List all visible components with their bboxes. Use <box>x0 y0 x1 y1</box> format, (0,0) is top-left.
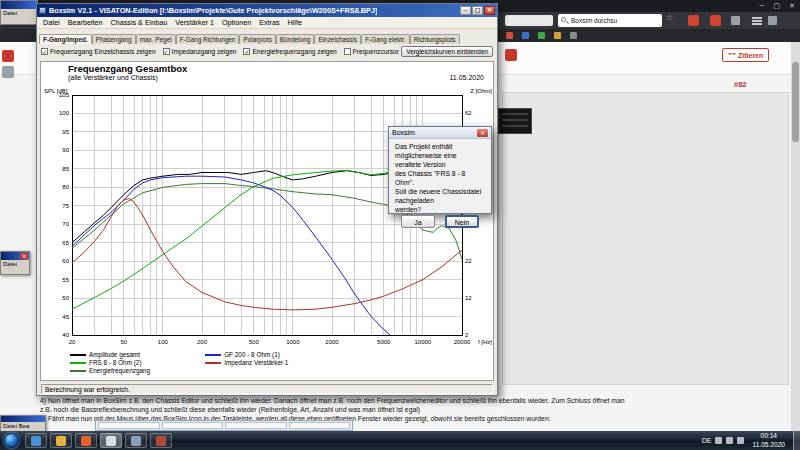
quote-button[interactable]: ”” Zitieren <box>722 48 769 62</box>
maximize-icon[interactable]: ▢ <box>472 6 483 15</box>
page-scrollbar[interactable] <box>791 42 800 431</box>
bookmark-favicon[interactable] <box>538 32 545 39</box>
tray-icon[interactable] <box>715 437 722 444</box>
svg-text:40: 40 <box>62 332 69 338</box>
bookmark-star-icon[interactable]: ☆ <box>666 13 673 22</box>
menu-item-extras[interactable]: Extras <box>255 18 283 27</box>
url-bar[interactable] <box>505 15 553 26</box>
app-button-6[interactable] <box>150 433 172 448</box>
show-desktop-button[interactable] <box>793 431 800 450</box>
dialog-message-line: Soll die neuere Chassisdatei nachgeladen <box>395 188 485 206</box>
dialog-message-line: Das Projekt enthält möglicherweise eine <box>395 143 485 161</box>
app-button-3[interactable] <box>75 433 97 448</box>
language-indicator[interactable]: DE <box>702 437 712 444</box>
tab-f-gang-imped[interactable]: F-Gang/Imped. <box>39 34 92 44</box>
menu-item-bearbeiten[interactable]: Bearbeiten <box>64 18 107 27</box>
compare-curves-button[interactable]: Vergleichskurven einblenden <box>401 46 493 57</box>
attachment-thumbnail[interactable] <box>498 108 532 134</box>
tab-phasengang[interactable]: Phasengang <box>92 34 136 44</box>
svg-text:20: 20 <box>69 339 76 345</box>
bookmark-favicon[interactable] <box>506 32 513 39</box>
chart-header: Frequenzgang Gesamtbox (alle Verstärker … <box>42 63 492 85</box>
minimize-icon[interactable]: ─ <box>460 6 471 15</box>
scrollbar-thumb[interactable] <box>792 62 799 142</box>
tab-richtungsplots[interactable]: Richtungsplots <box>410 34 460 44</box>
tab-b-ndelung[interactable]: Bündelung <box>276 34 315 44</box>
menu-item-verst-rker-1[interactable]: Verstärker 1 <box>171 18 218 27</box>
app-button-1[interactable] <box>25 433 47 448</box>
menu-item-optionen[interactable]: Optionen <box>218 18 255 27</box>
clock[interactable]: 00:14 11.05.2020 <box>748 432 789 448</box>
search-input[interactable]: Boxsim durchsu <box>558 14 662 27</box>
svg-text:62: 62 <box>465 110 472 116</box>
close-icon[interactable]: ✕ <box>20 253 28 259</box>
extension-badge-icon[interactable] <box>710 15 721 26</box>
checkbox-impedanzgang-zeigen[interactable]: ✓Impedanzgang zeigen <box>163 48 237 55</box>
checkbox-box-icon[interactable] <box>344 48 351 55</box>
dialog-message: Das Projekt enthält möglicherweise einev… <box>389 139 491 215</box>
series-gf-200-8-ohm-1 <box>72 176 390 335</box>
ghost-window-menu[interactable]: Datei <box>1 260 29 268</box>
bookmark-favicon[interactable] <box>554 32 561 39</box>
boxsim-titlebar[interactable]: Boxsim V2.1 - VISATON-Edition [I:\Boxsim… <box>37 4 497 17</box>
checkbox-box-icon[interactable]: ✓ <box>243 48 250 55</box>
ghost-window-menu[interactable]: Datei Bea <box>1 422 45 430</box>
ghost-window-titlebar <box>1 1 37 9</box>
close-icon[interactable]: ✕ <box>789 1 795 11</box>
browser-window-controls: ─ ▢ ✕ <box>760 1 795 11</box>
nein-button[interactable]: Nein <box>445 215 479 228</box>
checkbox-box-icon[interactable]: ✓ <box>163 48 170 55</box>
quote-button-label: Zitieren <box>738 52 763 59</box>
tab-polarplots[interactable]: Polarplots <box>239 34 275 44</box>
tab-f-gang-richtungen[interactable]: F-Gang Richtungen <box>176 34 240 44</box>
menu-item-datei[interactable]: Datei <box>39 18 64 27</box>
toolbar-extra-icon[interactable] <box>768 16 777 25</box>
extension-badge-icon[interactable] <box>688 15 699 26</box>
status-bar: Berechnung war erfolgreich. <box>37 383 497 395</box>
svg-text:70: 70 <box>62 221 69 227</box>
close-icon[interactable]: ✕ <box>477 129 488 137</box>
start-button[interactable] <box>4 433 19 448</box>
app-button-5[interactable] <box>125 433 147 448</box>
checkbox-energiefrequenzgang-zeigen[interactable]: ✓Energiefrequenzgang zeigen <box>243 48 336 55</box>
bookmark-favicon[interactable] <box>522 32 529 39</box>
bookmark-favicon[interactable] <box>570 32 577 39</box>
svg-text:200: 200 <box>197 339 208 345</box>
ghost-window-menu[interactable]: Datei <box>1 9 37 17</box>
ja-button[interactable]: Ja <box>401 215 435 228</box>
svg-text:50: 50 <box>62 295 69 301</box>
library-icon[interactable] <box>731 16 740 25</box>
menu-item-chassis-einbau[interactable]: Chassis & Einbau <box>107 18 172 27</box>
checkbox-label: Frequenzcursor <box>353 48 399 55</box>
boxsim-tab-bar: F-Gang/Imped.Phasengangmax. PegelF-Gang … <box>37 29 497 44</box>
checkbox-frequenzcursor[interactable]: Frequenzcursor <box>344 48 399 55</box>
tray-icon[interactable] <box>726 437 733 444</box>
legend-swatch <box>205 362 221 364</box>
menu-item-hilfe[interactable]: Hilfe <box>284 18 306 27</box>
legend-swatch <box>70 370 86 372</box>
tray-icon[interactable] <box>737 437 744 444</box>
app-icon <box>131 436 141 446</box>
minimize-icon[interactable]: ─ <box>760 1 765 11</box>
post-anchor-link[interactable]: #82 <box>734 80 747 89</box>
tab-einzelchassis[interactable]: Einzelchassis <box>314 34 361 44</box>
app-button-2[interactable] <box>50 433 72 448</box>
clock-time: 00:14 <box>760 432 777 439</box>
tab-f-gang-elektr[interactable]: F-Gang elektr. <box>361 34 410 44</box>
taskbar-apps <box>25 433 172 448</box>
checkbox-frequenzgang-einzelchassis-zeigen[interactable]: ✓Frequenzgang Einzelchassis zeigen <box>41 48 156 55</box>
menu-icon[interactable] <box>752 17 762 19</box>
maximize-icon[interactable]: ▢ <box>774 1 781 11</box>
close-icon[interactable]: ✕ <box>484 6 495 15</box>
svg-text:50: 50 <box>120 339 127 345</box>
forum-nav-icon[interactable] <box>2 66 14 78</box>
boxsim-window-title: Boxsim V2.1 - VISATON-Edition [I:\Boxsim… <box>49 6 377 15</box>
boxsim-menu-bar: DateiBearbeitenChassis & EinbauVerstärke… <box>37 17 497 29</box>
app-icon <box>156 436 166 446</box>
checkbox-box-icon[interactable]: ✓ <box>41 48 48 55</box>
app-button-4[interactable] <box>100 433 122 448</box>
svg-text:75: 75 <box>62 203 69 209</box>
tab-max-pegel[interactable]: max. Pegel <box>136 34 176 44</box>
dialog-titlebar[interactable]: Boxsim ✕ <box>389 127 491 139</box>
taskbar: DE 00:14 11.05.2020 <box>0 431 800 450</box>
